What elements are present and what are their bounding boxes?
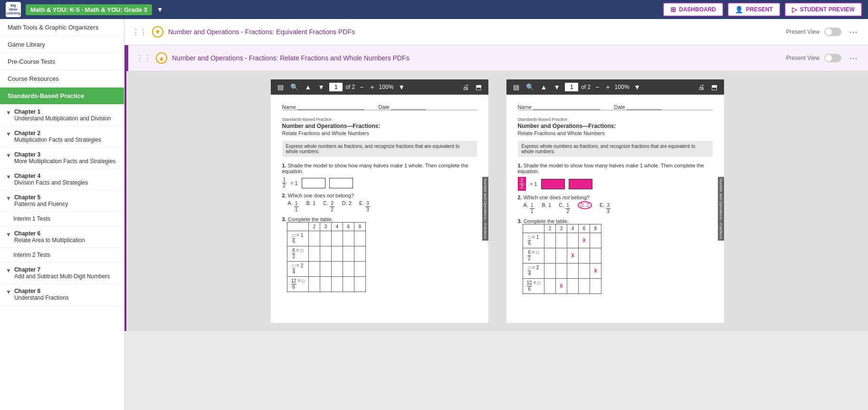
sidebar-chapter-2[interactable]: ▼ Chapter 2 Multiplication Facts and Str… [0,126,124,147]
pdf-content-right: Name _______________________ Date ______… [506,95,724,323]
chapter-4-chevron: ▼ [6,174,11,180]
chapter-6-chevron: ▼ [6,231,11,238]
pdf-name-label-left: Name _______________________ [282,104,364,110]
pdf-down-left[interactable]: ▼ [316,82,326,92]
pdf-page-input-right[interactable] [565,83,578,91]
pdf-standard-box-left: Express whole numbers as fractions, and … [282,141,477,157]
pdf-q2-left: 2. Which one does not belong? A. 11 B. 1… [282,193,477,213]
present-label: PRESENT [746,6,773,13]
pdf-content-left: Name _______________________ Date ______… [271,95,488,323]
pdf-zoom-in-btn-left[interactable]: + [368,82,376,92]
pdf-viewers: ▤ 🔍 ▲ ▼ of 2 − + 100% ▼ 🖨 ⬒ [126,71,868,331]
pdf-zoom-in-btn-right[interactable]: + [604,82,611,92]
sidebar-chapter-6[interactable]: ▼ Chapter 6 Relate Area to Multiplicatio… [0,226,124,248]
nav-left: Big Ideas Learning Math & YOU: K-5 · Mat… [6,2,163,17]
student-preview-icon: ▷ [792,6,797,13]
pdf-q3-left: 3. Complete the table. 23468 □6 = 1 [282,216,477,292]
chapter-1-chevron: ▼ [6,109,11,116]
pdf-viewer-left: ▤ 🔍 ▲ ▼ of 2 − + 100% ▼ 🖨 ⬒ [270,79,489,323]
pdf-side-tab-right: Number and Operations—Fractions [718,177,724,241]
pdf-up-left[interactable]: ▲ [303,82,314,92]
pdf-zoom-in-right[interactable]: 🔍 [524,82,536,92]
present-view-toggle-1[interactable] [824,28,841,36]
dashboard-button[interactable]: ⊞ DASHBOARD [663,2,724,17]
relate-fractions-row: ⋮⋮ ▲ Number and Operations - Fractions: … [126,45,868,71]
pdf-zoom-dropdown-right[interactable]: ▼ [632,82,642,92]
student-preview-label: STUDENT PREVIEW [800,6,855,13]
student-preview-button[interactable]: ▷ STUDENT PREVIEW [784,2,862,17]
equivalent-fractions-title: Number and Operations - Fractions: Equiv… [168,28,782,36]
present-view-toggle-2[interactable] [824,54,841,62]
sidebar-chapter-8[interactable]: ▼ Chapter 8 Understand Fractions [0,284,124,305]
pdf-up-right[interactable]: ▲ [539,82,549,92]
q2-options-right: A. 11 B. 1 C. 12 D. 2 E. 33 [524,202,713,215]
fraction-box-1-right [541,179,565,189]
fraction-model-right: 22 = 1 [518,177,713,191]
expand-btn-1[interactable]: ▼ [152,26,163,38]
pdf-standard-box-right: Express whole numbers as fractions, and … [518,141,713,157]
pdf-zoom-in-left[interactable]: 🔍 [288,82,300,92]
pdf-practice-label-right: Standards-Based Practice [518,117,713,122]
sidebar-interim2[interactable]: Interim 2 Tests [0,248,124,263]
pdf-q1-right: 1. Shade the model to show how many halv… [518,163,713,191]
pdf-sidebar-btn-right[interactable]: ▤ [511,82,521,92]
pdf-zoom-out-btn-left[interactable]: − [358,82,365,92]
pdf-table-left: 23468 □6 = 1 62 = □ [287,222,366,292]
pdf-page-input-left[interactable] [329,83,343,91]
drag-handle-2[interactable]: ⋮⋮ [136,54,151,63]
more-btn-1[interactable]: ⋯ [846,26,860,38]
sidebar-interim1[interactable]: Interim 1 Tests [0,212,124,226]
pdf-section-subtitle-left: Relate Fractions and Whole Numbers [282,130,477,136]
chapter-5-chevron: ▼ [6,195,11,202]
sidebar-item-game-library[interactable]: Game Library [0,36,124,53]
fraction-model-left: 12 = 1 [282,177,477,189]
relate-fractions-title: Number and Operations - Fractions: Relat… [172,54,782,62]
fraction-box-2-left [329,178,353,188]
sidebar-item-pre-course[interactable]: Pre-Course Tests [0,53,124,70]
present-view-label-1: Present View [786,29,820,35]
fraction-half-right-answered: 22 [518,177,526,191]
pdf-practice-label-left: Standards-Based Practice [282,117,477,122]
pdf-download-left[interactable]: ⬒ [474,82,484,92]
chapter-8-chevron: ▼ [6,289,11,295]
pdf-name-line-right: Name _______________________ Date ______… [518,104,713,110]
sidebar-item-course-resources[interactable]: Course Resources [0,70,124,88]
x-mark-1: X [582,238,586,243]
sidebar-chapter-1[interactable]: ▼ Chapter 1 Understand Multiplication an… [0,105,124,126]
pdf-toolbar-left: ▤ 🔍 ▲ ▼ of 2 − + 100% ▼ 🖨 ⬒ [271,79,488,95]
sidebar-chapter-5[interactable]: ▼ Chapter 5 Patterns and Fluency [0,190,124,212]
pdf-zoom-dropdown-left[interactable]: ▼ [396,82,407,92]
pdf-zoom-out-btn-right[interactable]: − [593,82,601,92]
expand-btn-2[interactable]: ▲ [156,52,167,64]
sidebar-chapter-4[interactable]: ▼ Chapter 4 Division Facts and Strategie… [0,169,124,190]
chapter-7-chevron: ▼ [6,267,11,274]
pdf-sidebar-btn-left[interactable]: ▤ [276,82,286,92]
pdf-name-line-left: Name _______________________ Date ______… [282,104,477,110]
top-nav: Big Ideas Learning Math & YOU: K-5 · Mat… [0,0,868,19]
sidebar-item-math-tools[interactable]: Math Tools & Graphic Organizers [0,19,124,36]
present-button[interactable]: 👤 PRESENT [727,2,781,17]
fraction-half-left: 12 [282,177,287,189]
pdf-down-right[interactable]: ▼ [552,82,562,92]
course-dropdown[interactable]: ▼ [157,6,163,13]
pdf-q1-left: 1. Shade the model to show how many halv… [282,163,477,189]
logo: Big Ideas Learning [6,2,21,17]
relate-fractions-section: ⋮⋮ ▲ Number and Operations - Fractions: … [124,45,868,331]
nav-buttons: ⊞ DASHBOARD 👤 PRESENT ▷ STUDENT PREVIEW [663,2,862,17]
pdf-section-title-right: Number and Operations—Fractions: [518,123,713,129]
sidebar-item-standards-practice[interactable]: Standards-Based Practice [0,88,124,105]
sidebar-chapter-7[interactable]: ▼ Chapter 7 Add and Subtract Multi-Digit… [0,263,124,284]
pdf-section-subtitle-right: Relate Fractions and Whole Numbers [518,130,713,136]
more-btn-2[interactable]: ⋯ [846,52,860,64]
pdf-q1-num-left: 1. [282,163,286,168]
pdf-print-left[interactable]: 🖨 [460,82,471,92]
chapter-2-chevron: ▼ [6,131,11,137]
pdf-download-right[interactable]: ⬒ [709,82,719,92]
q2-options-left: A. 11 B. 1 C. 22 D. 2 E. 33 [288,200,477,213]
pdf-print-right[interactable]: 🖨 [696,82,706,92]
sidebar-chapter-3[interactable]: ▼ Chapter 3 More Multiplication Facts an… [0,147,124,169]
dashboard-label: DASHBOARD [679,6,716,13]
drag-handle-1[interactable]: ⋮⋮ [132,28,147,37]
q2-circled-answer: D. 2 [578,201,592,209]
x-mark-4: X [560,283,563,289]
